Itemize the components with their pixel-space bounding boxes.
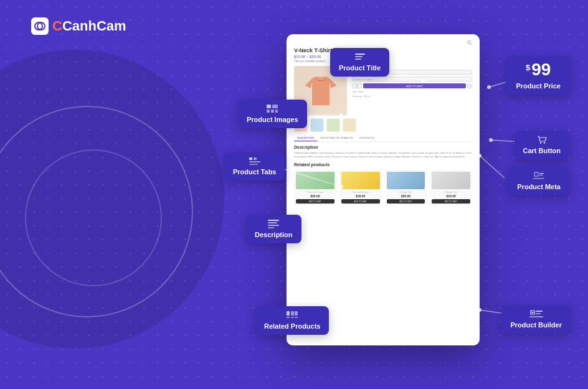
related-product-img-3 <box>387 172 425 189</box>
mockup-tab-reviews: REVIEWS (0) <box>356 135 377 141</box>
mockup-thumbnails <box>294 118 472 132</box>
price-value: 99 <box>531 61 551 78</box>
label-product-tabs: Product Tabs <box>224 152 285 180</box>
mockup-wishlist: ♡ <box>467 83 472 88</box>
label-description: Description <box>246 215 301 243</box>
cart-button-icon-area <box>537 136 547 144</box>
svg-point-11 <box>489 138 493 142</box>
label-related-products: Related Products <box>255 306 329 335</box>
svg-rect-32 <box>249 157 252 160</box>
product-builder-icon-area <box>529 310 543 319</box>
product-title-icon-area <box>355 53 365 62</box>
related-product-name-3: Hoodie Tee <box>387 190 425 194</box>
label-product-images: Product Images <box>238 100 307 128</box>
product-tabs-label: Product Tabs <box>233 168 276 176</box>
svg-rect-47 <box>291 317 294 318</box>
related-product-3: Hoodie Tee $25.00 ADD TO CART <box>385 170 427 205</box>
related-products-label: Related Products <box>264 322 320 330</box>
mockup-related-products: Polo with Logo $20.00 ADD TO CART Polo w… <box>294 170 472 205</box>
related-product-btn-4: ADD TO CART <box>432 199 470 204</box>
related-product-price-1: $20.00 <box>296 194 334 198</box>
related-product-price-3: $25.00 <box>387 194 425 198</box>
related-product-img-4 <box>432 172 470 189</box>
product-tabs-icon-area <box>249 157 260 166</box>
svg-rect-23 <box>355 56 363 57</box>
svg-rect-25 <box>267 105 271 108</box>
svg-rect-34 <box>249 161 260 162</box>
svg-rect-42 <box>268 227 274 228</box>
product-price-label: Product Price <box>516 82 561 90</box>
svg-rect-38 <box>533 178 544 179</box>
mockup-qty: 1 <box>352 83 362 88</box>
svg-line-3 <box>470 44 472 45</box>
label-product-price: $ 99 Product Price <box>506 56 571 95</box>
svg-point-7 <box>487 85 491 89</box>
svg-rect-50 <box>536 311 543 312</box>
logo-c: C <box>52 18 62 34</box>
svg-point-2 <box>468 41 471 44</box>
related-product-btn-2: ADD TO CART <box>341 199 380 204</box>
product-mockup: V-Neck T-Shirt $15.00 – $20.00 This is a… <box>287 34 480 345</box>
bg-circle-small <box>25 149 162 286</box>
product-builder-label: Product Builder <box>510 321 562 329</box>
mockup-tab-additional: ADDITIONAL INFORMATION <box>317 135 356 141</box>
mockup-thumb-4 <box>343 118 356 132</box>
related-product-btn-3: ADD TO CART <box>387 199 425 204</box>
related-product-img-2 <box>341 172 380 189</box>
mockup-related-title: Related products <box>294 162 472 167</box>
description-icon-area <box>268 220 279 228</box>
mockup-desc-body: Pellentesque habitant morbi tristique se… <box>294 151 472 159</box>
label-product-title: Product Title <box>330 48 389 77</box>
svg-point-30 <box>540 142 541 143</box>
related-product-name-4: Hoodie Tee <box>432 190 470 194</box>
svg-point-49 <box>531 312 533 314</box>
mockup-tabs: DESCRIPTION ADDITIONAL INFORMATION REVIE… <box>294 135 472 142</box>
svg-rect-22 <box>355 54 365 55</box>
svg-rect-48 <box>295 317 298 318</box>
svg-rect-24 <box>355 59 361 60</box>
svg-rect-36 <box>539 173 544 174</box>
related-product-1: Polo with Logo $20.00 ADD TO CART <box>294 170 336 205</box>
description-label: Description <box>255 231 293 238</box>
svg-rect-39 <box>268 220 279 221</box>
mockup-add-to-cart: ADD TO CART <box>363 83 466 88</box>
svg-rect-52 <box>529 316 543 317</box>
svg-rect-44 <box>291 311 294 316</box>
svg-line-14 <box>480 156 505 178</box>
svg-rect-46 <box>287 317 290 318</box>
related-product-2: Polo with Logo $18.00 ADD TO CART <box>339 170 382 205</box>
svg-rect-37 <box>539 175 543 176</box>
product-images-icon-area <box>267 105 278 113</box>
svg-rect-33 <box>254 157 257 160</box>
price-display: $ 99 <box>526 61 551 78</box>
product-meta-label: Product Meta <box>517 183 561 190</box>
svg-rect-40 <box>268 222 277 223</box>
related-product-price-4: $18.00 <box>432 194 470 198</box>
mockup-thumb-2 <box>310 118 324 132</box>
svg-rect-26 <box>272 105 278 108</box>
related-product-btn-1: ADD TO CART <box>296 199 334 204</box>
mockup-qty-cart-row: 1 ADD TO CART ♡ <box>352 83 472 88</box>
mockup-search <box>294 40 472 47</box>
related-product-name-1: Polo with Logo <box>296 190 334 194</box>
label-cart-button: Cart Button <box>514 131 570 159</box>
svg-rect-41 <box>268 225 279 226</box>
logo-icon <box>31 17 49 35</box>
product-title-label: Product Title <box>339 64 381 72</box>
cart-button-label: Cart Button <box>523 147 561 154</box>
svg-rect-28 <box>271 110 274 113</box>
svg-rect-45 <box>295 311 298 316</box>
mockup-size-select: Choose an option <box>352 77 472 82</box>
label-product-meta: Product Meta <box>508 167 569 195</box>
related-products-icon-area <box>287 311 298 320</box>
mockup-meta-text: SKU: N/ACategory: Shirts <box>352 90 472 98</box>
mockup-thumb-3 <box>326 118 340 132</box>
mockup-desc-title: Description <box>294 145 472 149</box>
svg-rect-51 <box>536 313 541 314</box>
svg-rect-29 <box>275 110 278 113</box>
svg-rect-35 <box>249 164 258 165</box>
related-product-name-2: Polo with Logo <box>341 190 380 194</box>
logo-text: CCanhCam <box>52 18 126 34</box>
related-product-price-2: $18.00 <box>341 194 380 198</box>
logo: CCanhCam <box>31 17 126 35</box>
